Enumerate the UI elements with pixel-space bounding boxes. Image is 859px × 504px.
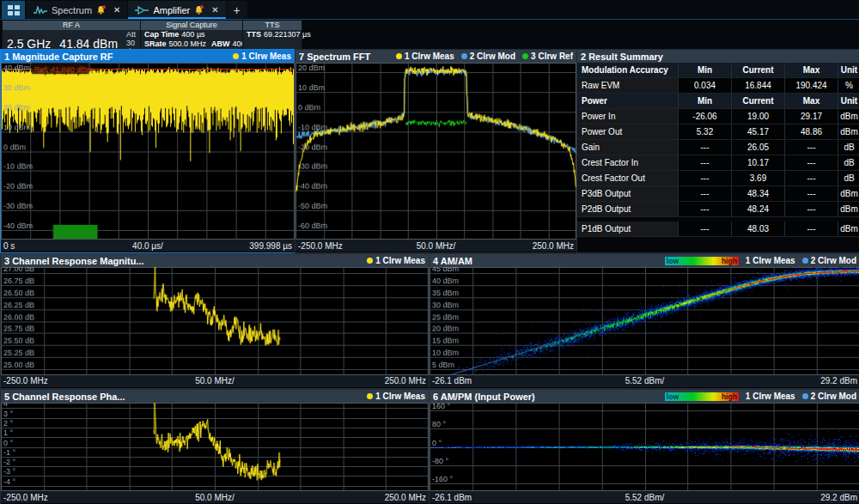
x-axis: -250.0 MHz 50.0 MHz/ 250.0 MHz xyxy=(1,375,429,387)
smartgrid-icon xyxy=(8,5,20,15)
row-value: 10.17 xyxy=(732,155,785,170)
window-title: 7 Spectrum FFT xyxy=(299,52,370,62)
legend-item[interactable]: 1 Clrw Meas xyxy=(367,256,425,265)
x-axis-stop: 250.0 MHz xyxy=(285,376,426,386)
window-result-summary[interactable]: 2 Result Summary Modulation AccuracyMinC… xyxy=(576,49,859,253)
table-row: Power Out5.3245.1748.86dBm xyxy=(577,124,859,140)
signal-capture-panel[interactable]: Signal Capture Cap Time400 µs SRate500.0… xyxy=(140,20,243,50)
tab-label: Amplifier xyxy=(153,5,190,15)
colorbar-low-label: low xyxy=(667,392,679,401)
row-value: 48.86 xyxy=(785,124,838,139)
window-titlebar[interactable]: 5 Channel Response Pha... 1 Clrw Meas xyxy=(1,390,429,403)
colorbar-low-label: low xyxy=(667,257,679,265)
legend-item[interactable]: 1 Clrw Meas xyxy=(746,256,795,265)
legend-item[interactable]: 3 Clrw Ref xyxy=(522,52,573,61)
window-channel-response-phase[interactable]: 5 Channel Response Pha... 1 Clrw Meas -2… xyxy=(0,389,430,504)
trace-legend: 1 Clrw Meas xyxy=(233,52,291,61)
trace-color-dot xyxy=(522,53,528,59)
window-title: 3 Channel Response Magnitu... xyxy=(4,256,144,266)
row-value: --- xyxy=(785,155,838,170)
row-value: dBm xyxy=(838,222,859,236)
row-value: --- xyxy=(679,140,732,155)
trace-legend: lowhigh1 Clrw Meas2 Clrw Mod xyxy=(665,256,856,265)
am-am-plot[interactable] xyxy=(430,267,859,375)
legend-item[interactable]: 1 Clrw Meas xyxy=(233,52,291,61)
spectrum-fft-plot[interactable] xyxy=(295,63,576,240)
trace-legend: 1 Clrw Meas2 Clrw Mod3 Clrw Ref xyxy=(396,52,573,61)
x-axis-stop: 29.2 dBm xyxy=(716,376,857,386)
tab-spectrum[interactable]: Spectrum ✕ xyxy=(27,1,128,19)
row-label: P3dB Output xyxy=(577,186,679,201)
tab-amplifier[interactable]: Amplifier ✕ xyxy=(128,1,226,19)
tts-value: TTS69.221307 µs xyxy=(243,30,302,39)
am-pm-plot[interactable] xyxy=(430,403,859,491)
window-am-pm[interactable]: 6 AM/PM (Input Power) lowhigh1 Clrw Meas… xyxy=(429,389,859,504)
rf-panel-title: RF A xyxy=(3,21,140,30)
trace-legend: lowhigh1 Clrw Meas2 Clrw Mod xyxy=(665,392,856,401)
legend-item[interactable]: 2 Clrw Mod xyxy=(802,256,856,265)
spectrum-waveform-icon xyxy=(34,6,47,15)
window-titlebar[interactable]: 7 Spectrum FFT 1 Clrw Meas2 Clrw Mod3 Cl… xyxy=(295,50,576,63)
alert-bell-icon xyxy=(194,5,204,15)
x-axis-stop: 29.2 dBm xyxy=(716,493,857,502)
window-magnitude-capture[interactable]: 1 Magnitude Capture RF 1 Clrw Meas 0 s 4… xyxy=(0,49,295,253)
row-label: Modulation Accuracy xyxy=(577,63,679,77)
row-value: 48.03 xyxy=(732,222,785,236)
tts-panel-title: TTS xyxy=(243,21,302,30)
legend-item[interactable]: 2 Clrw Mod xyxy=(461,52,515,61)
x-axis: -26.1 dBm 5.52 dBm/ 29.2 dBm xyxy=(430,375,859,387)
window-titlebar[interactable]: 3 Channel Response Magnitu... 1 Clrw Mea… xyxy=(1,254,429,267)
x-axis-start: -250.0 MHz xyxy=(3,376,144,386)
window-titlebar[interactable]: 1 Magnitude Capture RF 1 Clrw Meas xyxy=(1,50,295,63)
row-value: --- xyxy=(679,171,732,185)
row-value: --- xyxy=(785,222,838,236)
window-titlebar[interactable]: 2 Result Summary xyxy=(577,50,859,63)
srate-abw: SRate500.0 MHzABW400 MHz xyxy=(141,39,242,49)
table-row: P1dB Output---48.03---dBm xyxy=(577,222,859,237)
x-axis-start: -250.0 MHz xyxy=(298,241,390,251)
window-channel-response-magnitude[interactable]: 3 Channel Response Magnitu... 1 Clrw Mea… xyxy=(0,253,430,389)
legend-item[interactable]: 1 Clrw Meas xyxy=(396,52,454,61)
density-colorbar: lowhigh xyxy=(665,392,739,401)
capture-time: Cap Time400 µs xyxy=(141,30,242,39)
channel-info-bar: RF A 2.5 GHz 41.84 dBm Att 30 dB Signal … xyxy=(0,20,859,48)
close-tab-icon[interactable]: ✕ xyxy=(211,5,218,15)
row-value: dBm xyxy=(838,202,859,216)
table-row: Crest Factor Out---3.69---dB xyxy=(577,171,859,186)
tab-label: Spectrum xyxy=(52,5,92,15)
magnitude-capture-plot[interactable] xyxy=(1,63,295,240)
x-axis-scale: 50.0 MHz/ xyxy=(144,376,285,386)
tab-bar: Spectrum ✕ Amplifier ✕ + xyxy=(0,0,859,20)
legend-item[interactable]: 2 Clrw Mod xyxy=(802,392,856,401)
tts-panel[interactable]: TTS TTS69.221307 µs xyxy=(242,20,302,50)
row-value: --- xyxy=(785,171,838,185)
x-axis-start: -250.0 MHz xyxy=(3,493,144,502)
new-tab-button[interactable]: + xyxy=(227,1,247,19)
trace-color-dot xyxy=(233,53,239,59)
result-summary-table[interactable]: Modulation AccuracyMinCurrentMaxUnitRaw … xyxy=(577,63,859,252)
close-tab-icon[interactable]: ✕ xyxy=(113,5,120,15)
legend-item[interactable]: 1 Clrw Meas xyxy=(367,392,425,401)
row-value: --- xyxy=(785,186,838,201)
channel-response-phase-plot[interactable] xyxy=(1,403,429,491)
row-value: --- xyxy=(679,202,732,216)
smartgrid-button[interactable] xyxy=(2,1,25,19)
window-titlebar[interactable]: 4 AM/AM lowhigh1 Clrw Meas2 Clrw Mod xyxy=(430,254,859,267)
analyzer-screen: Spectrum ✕ Amplifier ✕ + RF A xyxy=(0,0,859,504)
window-am-am[interactable]: 4 AM/AM lowhigh1 Clrw Meas2 Clrw Mod -26… xyxy=(429,253,859,389)
x-axis: -250.0 MHz 50.0 MHz/ 250.0 MHz xyxy=(295,240,576,252)
row-value: 190.424 xyxy=(785,78,838,93)
window-spectrum-fft[interactable]: 7 Spectrum FFT 1 Clrw Meas2 Clrw Mod3 Cl… xyxy=(295,49,577,253)
row-value: 45.17 xyxy=(732,124,785,139)
row-value: --- xyxy=(679,222,732,236)
channel-response-magnitude-plot[interactable] xyxy=(1,267,429,375)
row-value: dB xyxy=(838,171,859,185)
rf-panel[interactable]: RF A 2.5 GHz 41.84 dBm Att 30 dB xyxy=(2,20,141,50)
row-value: dB xyxy=(838,155,859,170)
signal-capture-title: Signal Capture xyxy=(141,21,242,30)
trace-color-dot xyxy=(396,53,402,59)
legend-item[interactable]: 1 Clrw Meas xyxy=(746,392,795,401)
window-title: 1 Magnitude Capture RF xyxy=(4,52,113,62)
window-titlebar[interactable]: 6 AM/PM (Input Power) lowhigh1 Clrw Meas… xyxy=(430,390,859,403)
x-axis-scale: 50.0 MHz/ xyxy=(144,493,285,502)
